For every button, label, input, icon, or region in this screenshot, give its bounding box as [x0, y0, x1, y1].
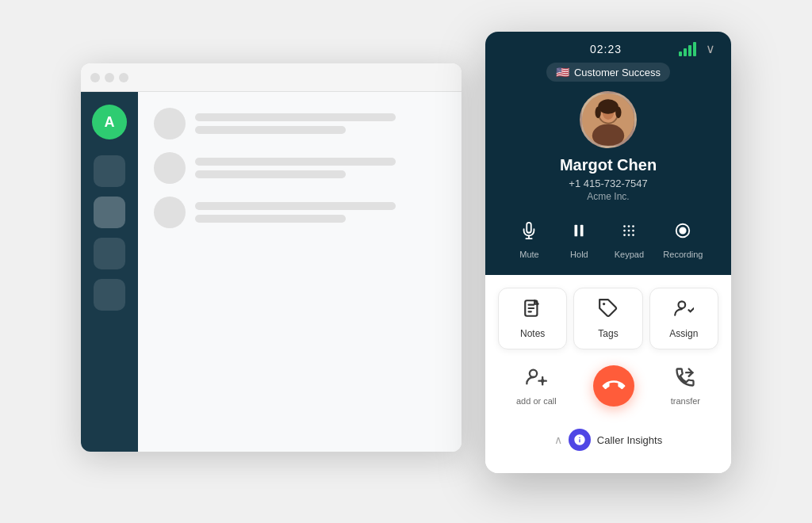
sidebar-item-1[interactable] [94, 155, 125, 187]
svg-point-28 [679, 301, 686, 308]
add-or-call-icon [525, 366, 547, 393]
browser-window: A [81, 63, 462, 452]
caller-name: Margot Chen [560, 156, 657, 174]
assign-icon [673, 298, 694, 323]
transfer-icon [674, 366, 696, 393]
insights-icon [569, 429, 591, 451]
notes-label: Notes [520, 328, 545, 339]
signal-bar-4 [693, 42, 696, 56]
caller-company: Acme Inc. [587, 191, 629, 202]
phone-top: 02:23 ∨ 🇺🇸 Customer Success [485, 32, 731, 275]
keypad-button[interactable]: Keypad [613, 215, 645, 259]
svg-rect-11 [580, 225, 584, 237]
signal-bar-2 [684, 48, 687, 56]
add-or-call-label: add or call [516, 396, 557, 406]
svg-point-15 [624, 230, 626, 232]
mute-label: Mute [519, 250, 538, 259]
mute-icon [513, 215, 545, 246]
content-circle-2 [154, 152, 186, 184]
recording-button[interactable]: Recording [663, 215, 703, 259]
signal-bar-3 [688, 45, 691, 56]
sidebar-item-2[interactable] [94, 197, 125, 228]
sidebar-item-4[interactable] [94, 279, 125, 311]
notes-card[interactable]: Notes [498, 288, 567, 349]
svg-point-2 [592, 124, 624, 147]
content-line [195, 202, 396, 210]
tags-icon [598, 298, 619, 323]
svg-rect-10 [575, 225, 578, 237]
svg-point-5 [598, 99, 619, 113]
hold-icon [563, 215, 595, 246]
browser-dot-1 [90, 73, 100, 82]
action-cards: Notes Tags [498, 288, 718, 349]
browser-titlebar [81, 63, 462, 92]
call-controls: Mute Hold [501, 215, 715, 259]
collapse-chevron-icon[interactable]: ∨ [706, 41, 715, 56]
keypad-icon [613, 215, 645, 246]
customer-team-label: Customer Success [574, 67, 661, 78]
content-line [195, 170, 346, 178]
end-call-button[interactable] [593, 365, 634, 407]
sidebar-item-3[interactable] [94, 238, 125, 269]
svg-point-17 [633, 230, 635, 232]
user-avatar[interactable]: A [92, 105, 127, 139]
svg-point-12 [624, 225, 626, 227]
signal-bar-1 [679, 52, 682, 56]
call-timer: 02:23 [533, 43, 679, 55]
keypad-label: Keypad [615, 250, 644, 259]
svg-point-14 [633, 225, 635, 227]
tags-label: Tags [598, 328, 618, 339]
customer-team-badge: 🇺🇸 Customer Success [546, 63, 670, 82]
content-line [195, 113, 396, 121]
recording-label: Recording [663, 250, 703, 259]
phone-bottom: Notes Tags [485, 275, 731, 473]
content-lines-2 [195, 158, 446, 178]
svg-point-20 [633, 234, 635, 236]
caller-insights-row: ∧ Caller Insights [498, 422, 718, 460]
content-row-3 [154, 197, 446, 228]
recording-icon [667, 215, 699, 246]
signal-icon [679, 42, 696, 56]
transfer-button[interactable]: transfer [671, 366, 700, 406]
caller-phone: +1 415-732-7547 [569, 178, 647, 189]
assign-label: Assign [669, 328, 698, 339]
content-lines-1 [195, 113, 446, 134]
content-line [195, 158, 396, 166]
mute-button[interactable]: Mute [513, 215, 545, 259]
tags-card[interactable]: Tags [573, 288, 642, 349]
app-sidebar: A [81, 92, 138, 452]
svg-point-19 [628, 234, 630, 236]
add-or-call-button[interactable]: add or call [516, 366, 557, 406]
content-line [195, 126, 346, 134]
content-lines-3 [195, 202, 446, 223]
notes-icon [523, 298, 543, 323]
caller-insights-label: Caller Insights [597, 434, 662, 446]
scene: A [81, 32, 731, 491]
svg-point-16 [628, 230, 630, 232]
content-circle-1 [154, 108, 186, 139]
phone-header-row: 02:23 ∨ [501, 41, 715, 56]
svg-point-29 [530, 370, 537, 377]
chevron-up-icon[interactable]: ∧ [554, 433, 562, 446]
hold-button[interactable]: Hold [563, 215, 595, 259]
transfer-label: transfer [671, 396, 700, 406]
svg-point-13 [628, 225, 630, 227]
svg-point-21 [680, 227, 686, 233]
content-row-1 [154, 108, 446, 139]
content-row-2 [154, 152, 446, 184]
bottom-actions: add or call transfer [498, 359, 718, 413]
avatar-image [582, 91, 634, 148]
browser-dot-2 [105, 73, 114, 82]
phone-widget: 02:23 ∨ 🇺🇸 Customer Success [485, 32, 731, 473]
browser-dot-3 [119, 73, 128, 82]
svg-point-6 [596, 107, 601, 119]
caller-avatar [580, 91, 637, 148]
content-line [195, 215, 346, 223]
assign-card[interactable]: Assign [649, 288, 718, 349]
hold-label: Hold [570, 250, 588, 259]
flag-icon: 🇺🇸 [556, 66, 569, 78]
content-circle-3 [154, 197, 186, 228]
svg-point-18 [624, 234, 626, 236]
main-content [138, 92, 462, 452]
svg-point-30 [542, 380, 543, 382]
